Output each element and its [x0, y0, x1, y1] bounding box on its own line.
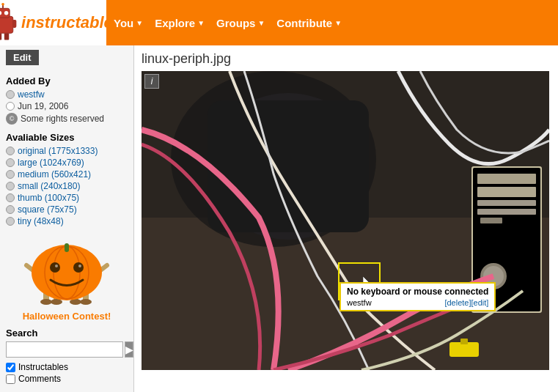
size-original-link[interactable]: original (1775x1333) — [18, 146, 98, 156]
size-tiny-link[interactable]: tiny (48x48) — [18, 216, 64, 226]
main-content: linux-periph.jpg i — [134, 45, 558, 392]
nav-explore-arrow: ▼ — [197, 19, 205, 27]
size-small-icon — [6, 182, 15, 191]
pumpkin-area — [6, 232, 128, 308]
tooltip-edit-link[interactable]: [edit] — [471, 298, 489, 307]
logo-icon — [0, 3, 21, 43]
size-thumb-icon — [6, 193, 15, 202]
size-square-icon — [6, 205, 15, 214]
svg-rect-7 — [4, 33, 9, 40]
search-button[interactable]: ▶ — [125, 341, 133, 358]
size-square-row: square (75x75) — [6, 204, 128, 215]
size-tiny-row: tiny (48x48) — [6, 216, 128, 226]
annotation-tooltip: No keyboard or mouse connected westfw [d… — [339, 282, 496, 311]
instructables-checkbox[interactable] — [6, 363, 15, 372]
nav-contribute-label: Contribute — [276, 17, 332, 29]
svg-point-25 — [73, 262, 84, 273]
size-large-icon — [6, 158, 15, 167]
tooltip-title: No keyboard or mouse connected — [347, 286, 488, 297]
size-medium-link[interactable]: medium (560x421) — [18, 169, 91, 180]
svg-point-27 — [78, 265, 81, 267]
nav-groups-arrow: ▼ — [257, 19, 265, 27]
date-icon — [6, 102, 15, 111]
tooltip-author: westfw — [347, 298, 372, 307]
svg-rect-36 — [477, 187, 536, 197]
added-by-title: Added By — [6, 75, 128, 86]
svg-point-20 — [32, 245, 102, 300]
comments-checkbox-row: Comments — [6, 374, 128, 384]
nav-contribute-arrow: ▼ — [334, 19, 342, 27]
svg-point-3 — [4, 11, 8, 15]
date-value: Jun 19, 2006 — [18, 101, 68, 111]
photo-svg — [142, 71, 549, 370]
size-thumb-row: thumb (100x75) — [6, 193, 128, 203]
info-button[interactable]: i — [144, 74, 159, 89]
size-medium-icon — [6, 170, 15, 179]
pumpkin-icon — [23, 232, 111, 306]
search-input[interactable] — [6, 341, 123, 358]
size-small-link[interactable]: small (240x180) — [18, 181, 80, 191]
nav-you-label: You — [114, 17, 133, 29]
comments-checkbox[interactable] — [6, 374, 15, 384]
size-original-row: original (1775x1333) — [6, 146, 128, 156]
nav-explore[interactable]: Explore ▼ — [155, 17, 205, 29]
svg-point-9 — [1, 3, 4, 6]
svg-point-17 — [80, 299, 92, 305]
svg-rect-37 — [477, 200, 536, 206]
image-wrapper: i — [142, 71, 549, 370]
rights-row: © Some rights reserved — [6, 113, 128, 125]
search-row: ▶ — [6, 341, 128, 358]
nav-explore-label: Explore — [155, 17, 195, 29]
instructables-checkbox-label: Instructables — [18, 362, 68, 372]
photo-image: No keyboard or mouse connected westfw [d… — [142, 71, 549, 370]
svg-point-26 — [55, 265, 58, 267]
nav-contribute[interactable]: Contribute ▼ — [276, 17, 342, 29]
rights-icon: © — [6, 113, 18, 125]
nav-groups[interactable]: Groups ▼ — [216, 17, 265, 29]
svg-rect-38 — [477, 209, 536, 215]
size-medium-row: medium (560x421) — [6, 169, 128, 180]
svg-rect-35 — [477, 174, 536, 184]
comments-checkbox-label: Comments — [18, 374, 61, 384]
size-original-icon — [6, 147, 15, 155]
nav-you-arrow: ▼ — [136, 19, 143, 27]
image-title: linux-periph.jpg — [142, 51, 551, 67]
date-row: Jun 19, 2006 — [6, 101, 128, 111]
tooltip-delete-link[interactable]: [delete] — [444, 298, 471, 307]
search-area: Search ▶ Instructables Comments — [6, 328, 128, 384]
tooltip-footer: westfw [delete][edit] — [347, 298, 488, 307]
size-large-row: large (1024x769) — [6, 158, 128, 168]
size-thumb-link[interactable]: thumb (100x75) — [18, 193, 79, 203]
svg-rect-39 — [480, 218, 502, 223]
svg-rect-43 — [460, 339, 468, 344]
author-name[interactable]: westfw — [18, 89, 45, 100]
author-row: westfw — [6, 89, 128, 100]
svg-point-24 — [50, 262, 60, 273]
logo-area: instructables — [0, 0, 106, 45]
author-icon — [6, 90, 15, 99]
instructables-checkbox-row: Instructables — [6, 362, 128, 372]
svg-rect-0 — [0, 16, 13, 33]
sizes-title: Avaliable Sizes — [6, 132, 128, 143]
svg-rect-23 — [65, 243, 69, 252]
nav-groups-label: Groups — [216, 17, 255, 29]
tooltip-actions: [delete][edit] — [444, 298, 488, 307]
sidebar: Edit Added By westfw Jun 19, 2006 © Some… — [0, 45, 134, 392]
size-tiny-icon — [6, 217, 15, 226]
svg-rect-5 — [12, 19, 17, 27]
main-nav: You ▼ Explore ▼ Groups ▼ Contribute ▼ — [106, 17, 342, 29]
rights-text: Some rights reserved — [21, 114, 104, 124]
header: instructables You ▼ Explore ▼ Groups ▼ C… — [0, 0, 558, 45]
svg-point-14 — [40, 299, 52, 305]
svg-rect-6 — [0, 33, 1, 40]
search-label: Search — [6, 328, 128, 339]
halloween-contest-link[interactable]: Halloween Contest! — [6, 311, 128, 322]
size-square-link[interactable]: square (75x75) — [18, 204, 77, 215]
size-small-row: small (240x180) — [6, 181, 128, 191]
nav-you[interactable]: You ▼ — [114, 17, 143, 29]
edit-button[interactable]: Edit — [6, 50, 39, 65]
content-area: Edit Added By westfw Jun 19, 2006 © Some… — [0, 45, 558, 392]
size-large-link[interactable]: large (1024x769) — [18, 158, 84, 168]
